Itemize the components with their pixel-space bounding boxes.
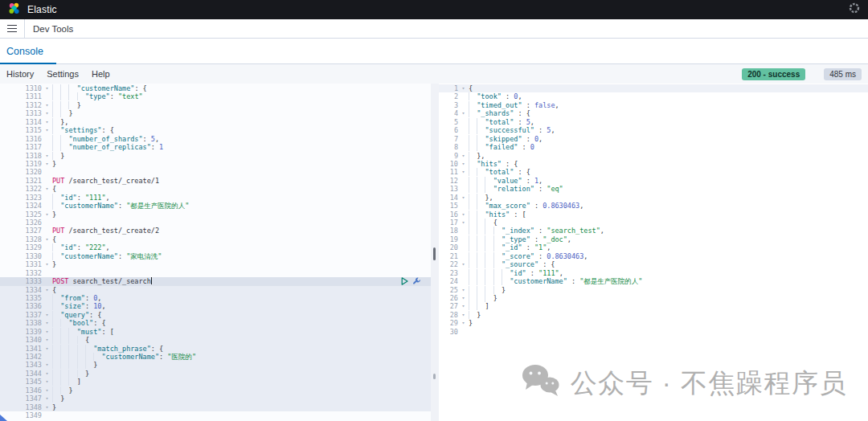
fold-toggle-icon[interactable]: ▾ (458, 260, 469, 268)
code-line[interactable]: 1349 (0, 411, 431, 419)
code-line[interactable]: 1334▾{ (0, 286, 431, 294)
fold-toggle-icon[interactable]: ▾ (42, 152, 52, 160)
breadcrumb[interactable]: Dev Tools (33, 24, 73, 34)
code-line[interactable]: 11▾ "total" : { (439, 168, 868, 176)
fold-toggle-icon[interactable]: ▾ (42, 185, 52, 193)
code-line[interactable]: 1319▾} (0, 160, 431, 168)
fold-toggle-icon[interactable]: ▾ (42, 84, 52, 92)
fold-toggle-icon[interactable]: ▾ (42, 311, 52, 319)
code-line[interactable]: 7 "skipped" : 0, (439, 135, 868, 143)
fold-toggle-icon[interactable]: ▾ (458, 319, 469, 327)
code-line[interactable]: 1313▾ } (0, 109, 431, 117)
code-line[interactable]: 3 "timed_out" : false, (439, 101, 868, 109)
code-line[interactable]: 1333POST search_test/_search (0, 277, 431, 285)
code-line[interactable]: 1316 "number_of_shards": 5, (0, 135, 431, 143)
code-line[interactable]: 1320 (0, 168, 431, 176)
code-line[interactable]: 1339▾ "must": [ (0, 328, 431, 336)
code-line[interactable]: 1330 "customerName": "家电清洗" (0, 252, 431, 260)
request-editor[interactable]: 1310▾ "customerName": {1311 "type": "tex… (0, 84, 439, 421)
code-line[interactable]: 1323 "id": "111", (0, 194, 431, 202)
fold-toggle-icon[interactable]: ▾ (458, 311, 469, 319)
code-line[interactable]: 1344▾ } (0, 370, 431, 378)
code-line[interactable]: 12 "value" : 1, (439, 177, 868, 185)
tab-console[interactable]: Console (0, 41, 56, 64)
editor-scrollbar-thumb[interactable] (433, 247, 436, 260)
fold-toggle-icon[interactable]: ▾ (42, 118, 52, 126)
fold-toggle-icon[interactable]: ▾ (458, 294, 469, 302)
menu-history[interactable]: History (6, 69, 34, 79)
fold-toggle-icon[interactable]: ▾ (42, 336, 52, 344)
code-line[interactable]: 1329 "id": "222", (0, 243, 431, 251)
code-line[interactable]: 25▾ } (439, 286, 868, 294)
code-line[interactable]: 23 "id" : "111", (439, 269, 868, 277)
code-line[interactable]: 20 "_id" : "1", (439, 243, 868, 251)
fold-toggle-icon[interactable]: ▾ (42, 126, 52, 134)
code-line[interactable]: 1317 "number_of_replicas": 1 (0, 143, 431, 151)
fold-toggle-icon[interactable]: ▾ (42, 109, 52, 117)
code-line[interactable]: 14▾ }, (439, 194, 868, 202)
fold-toggle-icon[interactable]: ▾ (458, 152, 469, 160)
code-line[interactable]: 1315▾ "settings": { (0, 126, 431, 134)
code-line[interactable]: 1340▾ { (0, 336, 431, 344)
code-line[interactable]: 1325▾} (0, 210, 431, 219)
code-line[interactable]: 1331▾} (0, 260, 431, 268)
code-line[interactable]: 2 "took" : 0, (439, 92, 868, 100)
fold-toggle-icon[interactable]: ▾ (458, 302, 469, 310)
fold-toggle-icon[interactable]: ▾ (42, 235, 52, 243)
code-line[interactable]: 1327PUT /search_test/_create/2 (0, 227, 431, 235)
code-line[interactable]: 24 "customerName" : "都是生产医院的人" (439, 277, 868, 285)
code-line[interactable]: 1310▾ "customerName": { (0, 84, 431, 92)
fold-toggle-icon[interactable]: ▾ (42, 361, 52, 369)
code-line[interactable]: 1318▾ } (0, 152, 431, 160)
fold-toggle-icon[interactable]: ▾ (458, 286, 469, 294)
code-line[interactable]: 1328▾{ (0, 235, 431, 243)
code-line[interactable]: 1335 "from": 0, (0, 294, 431, 302)
fold-toggle-icon[interactable]: ▾ (42, 370, 52, 378)
menu-hamburger-icon[interactable] (0, 25, 24, 33)
code-line[interactable]: 1338▾ "bool": { (0, 319, 431, 327)
code-line[interactable]: 1337▾ "query": { (0, 311, 431, 319)
code-line[interactable]: 8 "failed" : 0 (439, 143, 868, 151)
fold-toggle-icon[interactable]: ▾ (458, 160, 469, 168)
code-line[interactable]: 28▾ } (439, 311, 868, 319)
send-request-play-icon[interactable] (401, 277, 408, 285)
code-line[interactable]: 1321PUT /search_test/_create/1 (0, 177, 431, 185)
code-line[interactable]: 18 "_index" : "search_test", (439, 227, 868, 235)
code-line[interactable]: 1311 "type": "text" (0, 92, 431, 100)
code-line[interactable]: 1345▾ ] (0, 378, 431, 386)
fold-toggle-icon[interactable]: ▾ (42, 160, 52, 168)
fold-toggle-icon[interactable]: ▾ (458, 194, 469, 202)
code-line[interactable]: 6 "successful" : 5, (439, 126, 868, 134)
fold-toggle-icon[interactable]: ▾ (458, 210, 469, 219)
code-line[interactable]: 29▾} (439, 319, 868, 327)
code-line[interactable]: 17▾ { (439, 219, 868, 227)
code-line[interactable]: 21 "_score" : 0.8630463, (439, 252, 868, 260)
code-line[interactable]: 15 "max_score" : 0.8630463, (439, 202, 868, 210)
code-line[interactable]: 1312▾ } (0, 101, 431, 109)
fold-toggle-icon[interactable]: ▾ (42, 328, 52, 336)
code-line[interactable]: 1347▾ } (0, 394, 431, 403)
request-options-wrench-icon[interactable] (412, 277, 421, 285)
code-line[interactable]: 1348▾} (0, 403, 431, 411)
fold-toggle-icon[interactable]: ▾ (42, 210, 52, 219)
code-line[interactable]: 1326 (0, 219, 431, 227)
elastic-logo-icon[interactable] (8, 2, 20, 18)
code-line[interactable]: 10▾ "hits" : { (439, 160, 868, 168)
code-line[interactable]: 9▾ }, (439, 152, 868, 160)
fold-toggle-icon[interactable]: ▾ (42, 403, 52, 411)
code-line[interactable]: 1342 "customerName": "医院的" (0, 353, 431, 361)
menu-settings[interactable]: Settings (47, 69, 79, 79)
code-line[interactable]: 1341▾ "match_phrase": { (0, 345, 431, 353)
code-line[interactable]: 27▾ ] (439, 302, 868, 310)
fold-toggle-icon[interactable]: ▾ (42, 378, 52, 386)
gear-icon[interactable] (849, 2, 860, 17)
code-line[interactable]: 19 "_type" : "_doc", (439, 235, 868, 243)
editor-scrollbar-track[interactable] (431, 84, 439, 421)
code-line[interactable]: 16▾ "hits" : [ (439, 210, 868, 219)
code-line[interactable]: 1346▾ } (0, 386, 431, 394)
code-line[interactable]: 1▾{ (439, 84, 868, 92)
code-line[interactable]: 26▾ } (439, 294, 868, 302)
code-line[interactable]: 13 "relation" : "eq" (439, 185, 868, 193)
fold-toggle-icon[interactable]: ▾ (42, 260, 52, 268)
fold-toggle-icon[interactable]: ▾ (458, 84, 469, 92)
